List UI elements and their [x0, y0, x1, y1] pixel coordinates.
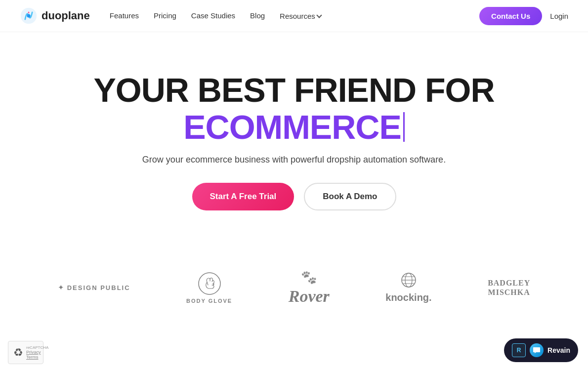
- hero-buttons: Start A Free Trial Book A Demo: [192, 183, 396, 210]
- revain-logo-icon: R: [512, 343, 526, 357]
- nav-item-case-studies[interactable]: Case Studies: [191, 11, 235, 20]
- hero-title-black: YOUR BEST FRIEND FOR: [93, 71, 494, 109]
- navbar-left: duoplane Features Pricing Case Studies B…: [20, 7, 321, 25]
- recaptcha-links: reCAPTCHA Privacy Terms: [26, 345, 48, 360]
- navbar: duoplane Features Pricing Case Studies B…: [0, 0, 588, 32]
- recaptcha-terms-link[interactable]: Terms: [26, 355, 48, 360]
- nav-link-pricing[interactable]: Pricing: [154, 11, 176, 20]
- logo[interactable]: duoplane: [20, 7, 90, 25]
- chat-widget-label: Revain: [547, 346, 570, 354]
- navbar-right: Contact Us Login: [479, 7, 568, 25]
- hero-title-line1: YOUR BEST FRIEND FOR: [93, 72, 494, 109]
- recaptcha-privacy-link[interactable]: Privacy: [26, 350, 48, 355]
- hero-subtitle: Grow your ecommerce business with powerf…: [142, 155, 446, 165]
- hero-title-purple: ECOMMERCE: [183, 109, 401, 146]
- body-glove-text: BODY GLOVE: [186, 298, 232, 304]
- logos-section: ✦ DESIGN PUBLIC BODY GLOVE 🐾 Rover knock…: [0, 250, 588, 326]
- badgley-mischka-text: BADGLEYMISCHKA: [488, 278, 530, 297]
- recaptcha-badge: ♻ reCAPTCHA Privacy Terms: [8, 341, 43, 364]
- hero-section: YOUR BEST FRIEND FOR ECOMMERCE Grow your…: [0, 32, 588, 240]
- logo-rover: 🐾 Rover: [289, 270, 330, 306]
- logo-badgley-mischka: BADGLEYMISCHKA: [488, 278, 530, 297]
- login-link[interactable]: Login: [550, 12, 568, 20]
- logo-design-public: ✦ DESIGN PUBLIC: [58, 283, 130, 292]
- logo-text: duoplane: [42, 9, 90, 22]
- svg-point-1: [27, 14, 30, 17]
- chat-bubble-icon: [530, 343, 544, 357]
- chevron-down-icon: [316, 12, 322, 18]
- nav-item-pricing[interactable]: Pricing: [154, 11, 176, 20]
- logo-body-glove: BODY GLOVE: [186, 271, 232, 304]
- chat-widget[interactable]: R Revain: [504, 338, 578, 362]
- body-glove-icon: [197, 271, 222, 296]
- nav-link-case-studies[interactable]: Case Studies: [191, 11, 235, 20]
- logo-knocking: knocking.: [385, 272, 431, 303]
- hero-title-line2-wrap: ECOMMERCE: [183, 109, 405, 146]
- svg-point-2: [199, 273, 220, 294]
- contact-button[interactable]: Contact Us: [479, 7, 542, 25]
- nav-link-features[interactable]: Features: [110, 11, 139, 20]
- nav-link-resources[interactable]: Resources: [280, 12, 321, 20]
- nav-links: Features Pricing Case Studies Blog Resou…: [110, 11, 321, 20]
- nav-item-resources[interactable]: Resources: [280, 12, 321, 20]
- hero-cursor: [403, 112, 405, 142]
- design-public-icon: ✦: [58, 283, 64, 292]
- book-demo-button[interactable]: Book A Demo: [304, 183, 396, 210]
- recaptcha-icon: ♻: [13, 346, 23, 359]
- logo-icon: [20, 7, 38, 25]
- nav-item-blog[interactable]: Blog: [250, 11, 265, 20]
- knocking-globe-icon: [401, 272, 417, 288]
- rover-text: Rover: [289, 287, 330, 306]
- start-free-trial-button[interactable]: Start A Free Trial: [192, 183, 294, 210]
- design-public-text: DESIGN PUBLIC: [67, 284, 130, 291]
- knocking-text: knocking.: [385, 292, 431, 303]
- rover-paw-icon: 🐾: [301, 270, 317, 285]
- nav-link-blog[interactable]: Blog: [250, 11, 265, 20]
- nav-item-features[interactable]: Features: [110, 11, 139, 20]
